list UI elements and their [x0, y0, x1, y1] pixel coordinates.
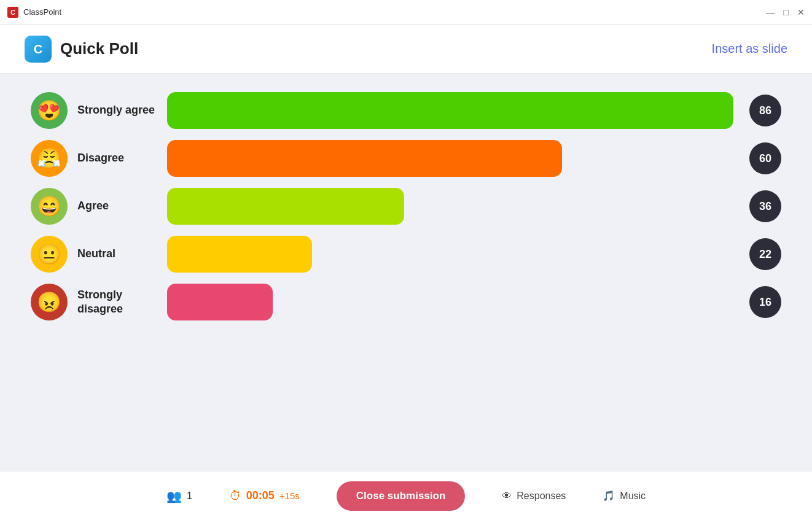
emoji-strongly-disagree: 😠: [31, 284, 68, 320]
bar-fill-strongly-disagree: [167, 284, 273, 320]
header-left: C Quick Poll: [25, 36, 138, 63]
close-submission-button[interactable]: Close submission: [337, 481, 465, 511]
bar-row-strongly-disagree: 😠Strongly disagree16: [31, 284, 781, 320]
bar-container-disagree: [167, 140, 733, 177]
svg-text:C: C: [34, 42, 42, 56]
minimize-button[interactable]: —: [767, 8, 775, 17]
count-badge-strongly-disagree: 16: [749, 286, 781, 318]
classpoint-logo: C: [25, 36, 52, 63]
main-content: 😍Strongly agree86😤Disagree60😄Agree36😐Neu…: [0, 74, 812, 471]
music-icon: 🎵: [603, 490, 615, 502]
bar-row-agree: 😄Agree36: [31, 188, 781, 225]
title-bar-left: C ClassPoint: [7, 7, 61, 18]
insert-as-slide-button[interactable]: Insert as slide: [712, 42, 787, 56]
count-badge-disagree: 60: [749, 142, 781, 174]
bar-container-strongly-disagree: [167, 284, 733, 320]
app-icon: C: [7, 7, 18, 18]
bar-row-disagree: 😤Disagree60: [31, 140, 781, 177]
music-label: Music: [620, 491, 646, 502]
label-disagree: Disagree: [77, 151, 157, 165]
footer: 👥 1 ⏱ 00:05 +15s Close submission 👁 Resp…: [0, 471, 812, 520]
bar-row-strongly-agree: 😍Strongly agree86: [31, 92, 781, 129]
bar-row-neutral: 😐Neutral22: [31, 236, 781, 273]
emoji-agree: 😄: [31, 188, 68, 225]
label-neutral: Neutral: [77, 247, 157, 261]
bar-fill-agree: [167, 188, 404, 225]
people-count: 1: [187, 491, 192, 502]
music-button[interactable]: 🎵 Music: [603, 490, 646, 502]
bar-container-agree: [167, 188, 733, 225]
timer-value: 00:05: [246, 489, 275, 502]
people-icon: 👥: [166, 489, 182, 503]
close-button[interactable]: ✕: [797, 8, 805, 17]
responses-button[interactable]: 👁 Responses: [502, 491, 566, 502]
bar-fill-strongly-agree: [167, 92, 733, 129]
title-bar-app-name: ClassPoint: [23, 7, 61, 17]
count-badge-neutral: 22: [749, 238, 781, 270]
emoji-neutral: 😐: [31, 236, 68, 273]
emoji-disagree: 😤: [31, 140, 68, 177]
label-strongly-disagree: Strongly disagree: [77, 288, 157, 317]
timer-icon: ⏱: [229, 489, 241, 503]
bar-container-neutral: [167, 236, 733, 273]
header: C Quick Poll Insert as slide: [0, 25, 812, 74]
people-count-item: 👥 1: [166, 489, 192, 503]
title-bar-controls: — □ ✕: [767, 8, 805, 17]
label-strongly-agree: Strongly agree: [77, 103, 157, 117]
responses-label: Responses: [517, 491, 566, 502]
page-title: Quick Poll: [60, 39, 138, 58]
bar-fill-neutral: [167, 236, 312, 273]
emoji-strongly-agree: 😍: [31, 92, 68, 129]
timer-plus: +15s: [279, 491, 300, 501]
svg-text:C: C: [10, 9, 15, 16]
count-badge-strongly-agree: 86: [749, 95, 781, 126]
eye-icon: 👁: [502, 491, 512, 502]
bar-fill-disagree: [167, 140, 562, 177]
count-badge-agree: 36: [749, 190, 781, 222]
title-bar: C ClassPoint — □ ✕: [0, 0, 812, 25]
timer-item: ⏱ 00:05 +15s: [229, 489, 300, 503]
maximize-button[interactable]: □: [784, 8, 789, 17]
bar-container-strongly-agree: [167, 92, 733, 129]
label-agree: Agree: [77, 199, 157, 213]
